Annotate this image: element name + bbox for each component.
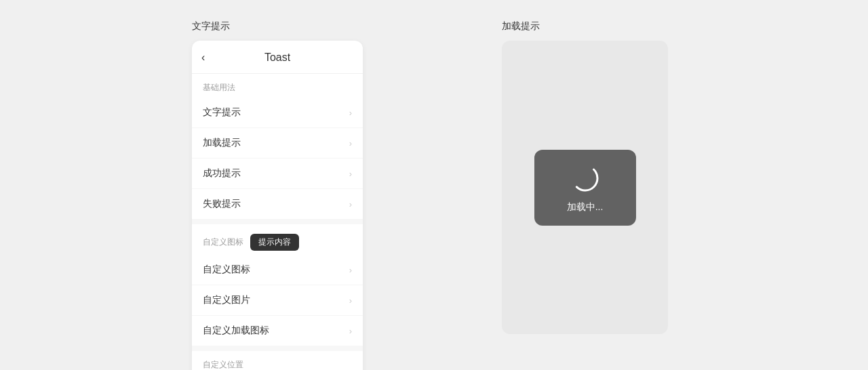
right-section-title: 加载提示 (502, 20, 540, 33)
menu-item-label: 自定义加载图标 (203, 325, 269, 337)
toast-popup: 加载中... (534, 150, 636, 226)
chevron-icon: › (349, 295, 352, 306)
divider-2 (192, 346, 363, 351)
chevron-icon: › (349, 199, 352, 209)
loading-spinner-icon (570, 163, 600, 193)
chevron-icon: › (349, 326, 352, 336)
chevron-icon: › (349, 108, 352, 118)
custom-group-label: 自定义图标 (203, 237, 243, 248)
menu-item-custom-loading-icon[interactable]: 自定义加载图标 › (192, 316, 363, 346)
menu-item-text-hint[interactable]: 文字提示 › (192, 98, 363, 128)
menu-item-loading-hint[interactable]: 加载提示 › (192, 128, 363, 159)
position-group: 自定义位置 顶部展示 › 底部展示 › (192, 351, 363, 370)
svg-point-0 (573, 166, 597, 190)
left-panel: 文字提示 ‹ Toast 基础用法 文字提示 › 加载提示 › 成功提示 › 失… (0, 20, 380, 370)
phone-card: ‹ Toast 基础用法 文字提示 › 加载提示 › 成功提示 › 失败提示 › (192, 41, 363, 370)
menu-item-label: 文字提示 (203, 106, 241, 119)
chevron-icon: › (349, 138, 352, 148)
menu-item-fail-hint[interactable]: 失败提示 › (192, 189, 363, 219)
phone-preview: 加载中... (502, 41, 668, 334)
position-group-label: 自定义位置 (192, 351, 363, 370)
right-panel: 加载提示 加载中... (380, 20, 868, 334)
tab-button[interactable]: 提示内容 (250, 234, 299, 251)
phone-header: ‹ Toast (192, 41, 363, 74)
phone-title: Toast (264, 52, 290, 64)
left-section-title: 文字提示 (192, 20, 230, 33)
menu-item-custom-image[interactable]: 自定义图片 › (192, 285, 363, 316)
custom-header: 自定义图标 提示内容 (192, 227, 363, 255)
menu-item-label: 失败提示 (203, 198, 241, 210)
menu-item-label: 自定义图片 (203, 294, 250, 306)
chevron-icon: › (349, 169, 352, 179)
basic-group-items: 文字提示 › 加载提示 › 成功提示 › 失败提示 › (192, 98, 363, 219)
menu-item-label: 加载提示 (203, 137, 241, 149)
back-button[interactable]: ‹ (201, 52, 205, 64)
custom-group: 自定义图标 提示内容 自定义图标 › 自定义图片 › 自定义加载图标 › (192, 227, 363, 346)
basic-group-label: 基础用法 (192, 74, 363, 98)
chevron-icon: › (349, 265, 352, 275)
menu-item-success-hint[interactable]: 成功提示 › (192, 159, 363, 189)
divider-1 (192, 219, 363, 224)
menu-item-label: 成功提示 (203, 167, 241, 180)
toast-message: 加载中... (567, 201, 604, 213)
menu-item-label: 自定义图标 (203, 264, 250, 276)
menu-item-custom-icon[interactable]: 自定义图标 › (192, 255, 363, 285)
